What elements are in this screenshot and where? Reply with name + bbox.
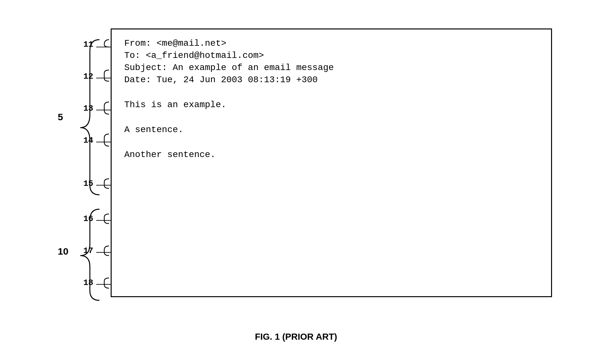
line-number-16: 16 [83, 214, 93, 224]
page-container: From: <me@mail.net> To: <a_friend@hotmai… [0, 0, 592, 364]
line-number-18: 18 [83, 278, 93, 288]
email-box: From: <me@mail.net> To: <a_friend@hotmai… [111, 28, 552, 297]
line-number-14: 14 [83, 136, 93, 145]
email-line-date: Date: Tue, 24 Jun 2003 08:13:19 +300 [124, 75, 538, 84]
line-number-15: 15 [83, 179, 93, 188]
figure-area: From: <me@mail.net> To: <a_friend@hotmai… [40, 22, 552, 342]
email-line-to: To: <a_friend@hotmail.com> [124, 51, 538, 60]
bracket-label-5: 5 [58, 112, 63, 123]
email-line-body3: Another sentence. [124, 150, 538, 159]
line-number-13: 13 [83, 104, 93, 113]
email-line-subject: Subject: An example of an email message [124, 63, 538, 72]
email-line-from: From: <me@mail.net> [124, 39, 538, 48]
figure-caption: FIG. 1 (PRIOR ART) [40, 332, 552, 342]
line-number-11: 11 [83, 40, 93, 49]
line-number-12: 12 [83, 72, 93, 81]
email-content: From: <me@mail.net> To: <a_friend@hotmai… [112, 29, 551, 172]
email-line-body1: This is an example. [124, 100, 538, 109]
line-number-17: 17 [83, 246, 93, 256]
bracket-label-10: 10 [58, 246, 68, 257]
email-line-body2: A sentence. [124, 125, 538, 134]
